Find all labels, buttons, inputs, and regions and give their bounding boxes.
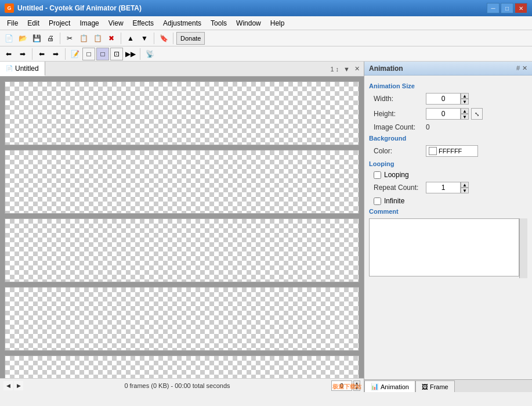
infinite-checkbox-row: Infinite [369,197,527,205]
menu-effects[interactable]: Effects [128,18,158,28]
looping-checkbox[interactable] [374,171,381,179]
comment-scrollbar[interactable] [519,218,527,278]
status-spin-up[interactable]: ▲ [353,380,360,386]
color-display[interactable]: FFFFFF [426,145,478,157]
panel-pin[interactable]: # [516,64,520,72]
frame-canvas-1 [5,82,359,145]
maximize-button[interactable]: □ [501,3,513,13]
canvas-area: 📄 Untitled 1 ↕ ▼ ✕ [0,62,364,392]
status-left-btn[interactable]: ◀ [3,381,13,390]
tool-btn-2[interactable]: ➡ [16,48,29,60]
height-spin-down[interactable]: ▼ [461,114,469,120]
repeat-count-spin-down[interactable]: ▼ [461,188,469,193]
frame-panel-3 [5,218,359,282]
titlebar: G Untitled - Cyotek Gif Animator (BETA) … [0,0,532,16]
paste-button[interactable]: 📋 [91,32,104,45]
infinite-label: Infinite [384,197,404,205]
tab-frame[interactable]: 🖼 Frame [415,380,455,392]
frame-canvas-5 [5,356,359,378]
status-scroll: ◀ ▶ [3,381,23,390]
frame-panel-1 [5,81,359,145]
background-header: Background [369,135,527,142]
tool-btn-5[interactable]: 📝 [68,48,81,60]
menu-adjustments[interactable]: Adjustments [158,18,206,28]
toolbar2: ⬅ ➡ ⬅ ➡ 📝 □ □ ⊡ ▶▶ 📡 [0,46,532,62]
status-right-btn[interactable]: ▶ [14,381,23,390]
panel-controls: # ✕ [516,64,527,72]
height-input[interactable] [426,108,461,120]
tab-close-btn[interactable]: ✕ [353,65,361,73]
height-spin-btns: ▲ ▼ [461,108,469,120]
toolbar1: 📄 📂 💾 🖨 ✂ 📋 📋 ✖ ▲ ▼ 🔖 Donate [0,30,532,46]
tool-btn-6[interactable]: □ [82,48,95,60]
width-row: Width: ▲ ▼ [369,93,527,105]
tab-bar: 📄 Untitled 1 ↕ ▼ ✕ [0,62,364,77]
menu-view[interactable]: View [104,18,128,28]
print-button[interactable]: 🖨 [44,32,57,45]
color-label: Color: [374,147,426,155]
repeat-count-input[interactable] [426,182,461,193]
right-panel: Animation # ✕ Animation Size Width: ▲ ▼ [364,62,532,392]
frame-canvas-3 [5,219,359,282]
panel-close[interactable]: ✕ [522,64,527,72]
document-tab[interactable]: 📄 Untitled [0,62,45,76]
tab-frame-icon: 🖼 [422,383,428,390]
move-down-button[interactable]: ▼ [138,32,151,45]
menu-file[interactable]: File [2,18,23,28]
main-layout: 📄 Untitled 1 ↕ ▼ ✕ [0,62,532,392]
sep1 [60,33,60,44]
tool-btn-7[interactable]: □ [96,48,109,60]
width-spin-up[interactable]: ▲ [461,93,469,99]
comment-wrap [369,218,527,278]
image-count-value: 0 [426,123,430,131]
close-button[interactable]: ✕ [515,3,527,13]
width-spin-down[interactable]: ▼ [461,99,469,105]
tool-btn-3[interactable]: ⬅ [35,48,48,60]
width-input[interactable] [426,93,461,105]
tab-scroll-down[interactable]: ▼ [342,66,352,73]
menu-tools[interactable]: Tools [206,18,231,28]
comment-textarea[interactable] [369,218,519,276]
tool-btn-10[interactable]: 📡 [143,48,156,60]
status-spin-down[interactable]: ▼ [353,386,360,391]
tool-btn-1[interactable]: ⬅ [2,48,15,60]
bookmark-button[interactable]: 🔖 [157,32,170,45]
new-button[interactable]: 📄 [2,32,15,45]
status-number-input[interactable] [331,380,352,391]
minimize-button[interactable]: ─ [487,3,500,13]
open-button[interactable]: 📂 [16,32,29,45]
image-count-row: Image Count: 0 [369,123,527,131]
sep4 [173,33,173,44]
document-tab-icon: 📄 [6,65,13,71]
animation-size-header: Animation Size [369,82,527,89]
height-spin-up[interactable]: ▲ [461,108,469,114]
repeat-count-spin-wrap: ▲ ▼ [426,182,469,193]
looping-header: Looping [369,160,527,167]
save-button[interactable]: 💾 [30,32,43,45]
cut-button[interactable]: ✂ [63,32,76,45]
infinite-checkbox[interactable] [374,197,381,205]
comment-header: Comment [369,208,527,215]
status-input-wrap: ▲ ▼ [331,380,360,391]
copy-button[interactable]: 📋 [77,32,90,45]
resize-proportional-btn[interactable]: ⤡ [471,108,483,120]
tool-btn-9[interactable]: ▶▶ [124,48,137,60]
move-up-button[interactable]: ▲ [124,32,137,45]
menu-help[interactable]: Help [266,18,289,28]
repeat-count-spin-up[interactable]: ▲ [461,182,469,188]
tab-animation[interactable]: 📊 Animation [364,380,415,392]
menu-project[interactable]: Project [44,18,75,28]
bottom-tab-bar: 📊 Animation 🖼 Frame [364,379,532,392]
height-spin-wrap: ▲ ▼ [426,108,469,120]
sep6 [65,48,66,60]
menu-window[interactable]: Window [231,18,266,28]
menu-image[interactable]: Image [75,18,103,28]
donate-button[interactable]: Donate [176,32,205,45]
tool-btn-8[interactable]: ⊡ [110,48,123,60]
canvas-scroll[interactable] [0,77,364,378]
tool-btn-4[interactable]: ➡ [49,48,62,60]
menu-edit[interactable]: Edit [23,18,44,28]
delete-button[interactable]: ✖ [105,32,118,45]
looping-label: Looping [384,171,409,179]
status-bar: ◀ ▶ 0 frames (0 KB) - 00:00 total second… [0,378,364,392]
